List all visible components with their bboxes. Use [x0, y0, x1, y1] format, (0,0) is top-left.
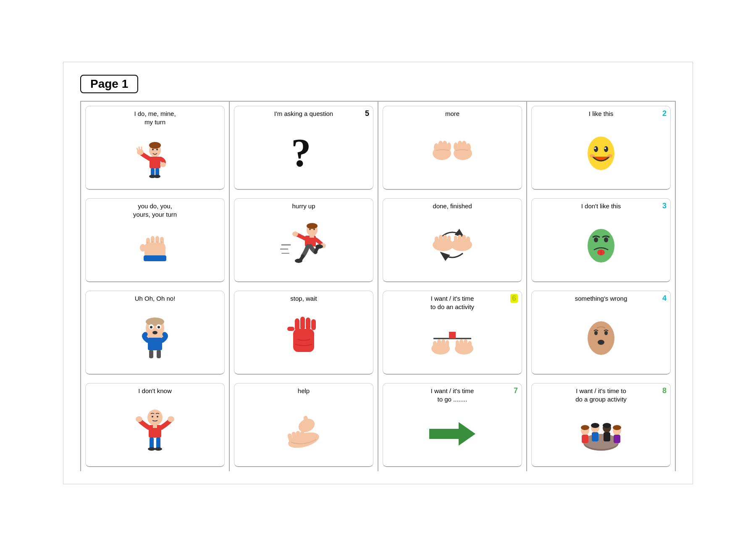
- svg-text:?: ?: [291, 131, 311, 175]
- card-more-image: [386, 121, 518, 185]
- svg-rect-61: [306, 318, 310, 330]
- card-want-go: I want / it's timeto go ........ 7: [383, 383, 522, 467]
- card-hurry-up-image: [238, 213, 370, 278]
- svg-point-50: [309, 228, 311, 230]
- svg-point-54: [292, 231, 298, 236]
- card-want-activity-label: I want / it's timeto do an activity: [430, 294, 474, 311]
- card-i-dont-like-badge: 3: [662, 202, 667, 210]
- svg-point-25: [150, 326, 152, 328]
- svg-point-51: [313, 228, 315, 230]
- svg-point-38: [136, 416, 142, 422]
- svg-rect-101: [468, 341, 472, 349]
- svg-point-27: [152, 331, 158, 334]
- card-i-dont-like-label: I don't like this: [581, 202, 621, 210]
- svg-point-33: [147, 410, 163, 425]
- card-you-do: you do, you,yours, your turn: [85, 198, 225, 282]
- card-want-go-label: I want / it's timeto go ........: [431, 387, 474, 403]
- card-done-finished-label: done, finished: [433, 202, 472, 210]
- card-help-label: help: [298, 387, 310, 395]
- svg-rect-129: [604, 432, 610, 441]
- svg-rect-59: [295, 318, 299, 331]
- svg-point-3: [156, 149, 158, 150]
- svg-rect-97: [437, 339, 441, 349]
- svg-rect-53: [310, 235, 314, 238]
- svg-point-26: [158, 326, 160, 328]
- svg-point-106: [588, 136, 614, 170]
- col-3: I like this 2: [527, 102, 676, 471]
- grid: I do, me, mine,my turn: [80, 101, 676, 471]
- svg-rect-99: [446, 340, 449, 349]
- svg-rect-37: [153, 425, 157, 428]
- svg-rect-127: [592, 432, 598, 441]
- svg-point-9: [160, 162, 166, 167]
- card-i-like-image: [535, 121, 667, 185]
- svg-marker-105: [429, 422, 475, 446]
- svg-point-133: [591, 423, 599, 428]
- svg-rect-40: [150, 437, 154, 449]
- svg-rect-98: [441, 339, 445, 349]
- svg-point-57: [315, 244, 323, 249]
- svg-point-107: [594, 146, 598, 152]
- card-done-finished-image: [386, 213, 518, 278]
- card-you-do-image: [89, 221, 221, 277]
- card-i-dont-know-label: I don't know: [138, 387, 172, 395]
- card-you-do-label: you do, you,yours, your turn: [133, 202, 177, 218]
- card-uh-oh: Uh Oh, Oh no!: [85, 291, 225, 375]
- svg-point-114: [594, 237, 598, 242]
- svg-rect-62: [311, 319, 316, 330]
- svg-point-118: [588, 321, 614, 355]
- svg-rect-32: [157, 350, 161, 358]
- svg-point-34: [152, 416, 153, 417]
- svg-rect-41: [156, 437, 160, 449]
- svg-rect-89: [466, 236, 470, 246]
- svg-point-119: [594, 331, 598, 335]
- card-i-like: I like this 2: [531, 106, 671, 190]
- svg-rect-86: [443, 235, 447, 245]
- card-i-do: I do, me, mine,my turn: [85, 106, 225, 190]
- card-i-dont-like: I don't like this 3: [531, 198, 671, 282]
- svg-rect-91: [458, 235, 462, 245]
- card-asking-question: I'm asking a question 5 ?: [234, 106, 373, 190]
- svg-rect-90: [462, 235, 466, 245]
- svg-point-132: [581, 425, 589, 430]
- svg-point-115: [604, 237, 608, 242]
- card-hurry-up-label: hurry up: [292, 202, 315, 210]
- card-asking-question-label: I'm asking a question: [274, 110, 333, 118]
- svg-point-134: [603, 423, 611, 428]
- card-asking-question-image: ?: [238, 121, 370, 185]
- svg-line-7: [139, 147, 139, 150]
- svg-rect-92: [454, 236, 457, 245]
- card-i-do-image: [89, 129, 221, 185]
- col-2: more: [378, 102, 527, 471]
- card-stop-wait: stop, wait: [234, 291, 373, 375]
- svg-rect-31: [149, 350, 153, 358]
- card-uh-oh-label: Uh Oh, Oh no!: [135, 294, 176, 303]
- svg-rect-85: [439, 235, 443, 245]
- col-1: I'm asking a question 5 ? hurry up: [230, 102, 378, 471]
- card-i-dont-know: I don't know: [85, 383, 225, 467]
- svg-rect-96: [433, 341, 437, 349]
- svg-line-6: [137, 148, 138, 150]
- svg-point-42: [148, 447, 155, 451]
- svg-rect-84: [435, 236, 438, 246]
- card-somethings-wrong-label: something's wrong: [575, 294, 627, 303]
- card-somethings-wrong-badge: 4: [662, 294, 667, 303]
- svg-point-22: [146, 318, 164, 326]
- svg-point-74: [442, 141, 447, 150]
- svg-rect-87: [447, 236, 451, 245]
- card-asking-question-badge: 5: [365, 109, 369, 118]
- svg-point-49: [307, 223, 318, 229]
- svg-rect-102: [464, 339, 467, 349]
- svg-point-13: [154, 175, 160, 178]
- page-title: Page 1: [80, 75, 138, 93]
- card-somethings-wrong-image: [535, 305, 667, 370]
- svg-point-1: [149, 142, 161, 149]
- svg-point-79: [457, 141, 462, 150]
- card-i-dont-know-image: [89, 398, 221, 462]
- svg-point-35: [157, 416, 158, 417]
- svg-rect-104: [456, 340, 459, 349]
- svg-point-112: [607, 154, 612, 158]
- svg-rect-125: [582, 435, 588, 443]
- card-stop-wait-image: [238, 305, 370, 370]
- svg-rect-94: [449, 332, 456, 339]
